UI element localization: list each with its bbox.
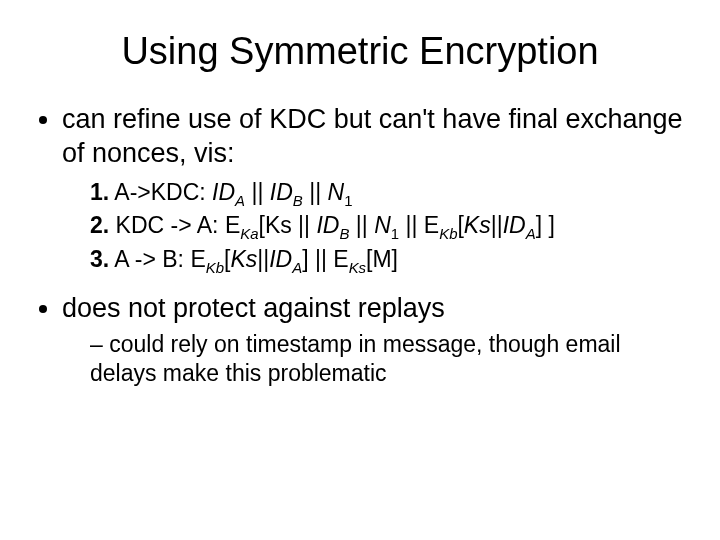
bullet-2-sub-text: could rely on timestamp in message, thou… [90, 331, 621, 387]
step-3-prefix: A -> B: [109, 246, 190, 272]
step-2-num: 2. [90, 212, 109, 238]
step-1-num: 1. [90, 179, 109, 205]
bullet-1: can refine use of KDC but can't have fin… [62, 103, 690, 278]
step-1: 1. A->KDC: IDA || IDB || N1 [90, 177, 690, 211]
step-2-prefix: KDC -> A: [109, 212, 225, 238]
step-3-body: EKb[Ks||IDA] || EKs[M] [190, 246, 398, 272]
step-1-prefix: A->KDC: [109, 179, 212, 205]
step-2-body: EKa[Ks || IDB || N1 || EKb[Ks||IDA] ] [225, 212, 555, 238]
bullet-2-text: does not protect against replays [62, 293, 445, 323]
step-3: 3. A -> B: EKb[Ks||IDA] || EKs[M] [90, 244, 690, 278]
bullet-2-sublist: could rely on timestamp in message, thou… [62, 330, 690, 390]
step-1-body: IDA || IDB || N1 [212, 179, 352, 205]
protocol-steps: 1. A->KDC: IDA || IDB || N1 2. KDC -> A:… [62, 177, 690, 278]
bullet-list: can refine use of KDC but can't have fin… [30, 103, 690, 389]
bullet-1-text: can refine use of KDC but can't have fin… [62, 104, 683, 168]
slide: Using Symmetric Encryption can refine us… [0, 0, 720, 540]
bullet-2-sub: could rely on timestamp in message, thou… [90, 330, 690, 390]
step-3-num: 3. [90, 246, 109, 272]
slide-title: Using Symmetric Encryption [30, 30, 690, 73]
bullet-2: does not protect against replays could r… [62, 292, 690, 390]
step-2: 2. KDC -> A: EKa[Ks || IDB || N1 || EKb[… [90, 210, 690, 244]
